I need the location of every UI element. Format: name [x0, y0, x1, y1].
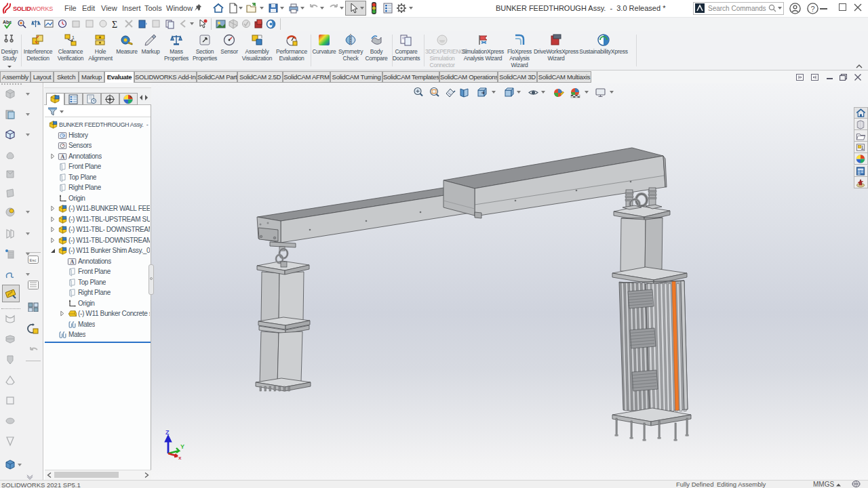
svg-text:Z: Z — [165, 429, 170, 436]
svg-text:1: 1 — [72, 35, 75, 40]
svg-text:WORKS: WORKS — [31, 5, 53, 12]
svg-text:x: x — [178, 455, 182, 461]
svg-text:SOLID: SOLID — [13, 5, 31, 12]
svg-text:Y: Y — [180, 443, 184, 450]
svg-text:A: A — [60, 154, 64, 160]
svg-text:A: A — [70, 259, 74, 265]
svg-text:Σ: Σ — [112, 20, 117, 29]
svg-text:Esc: Esc — [30, 258, 37, 262]
svg-text:?: ? — [811, 5, 815, 13]
